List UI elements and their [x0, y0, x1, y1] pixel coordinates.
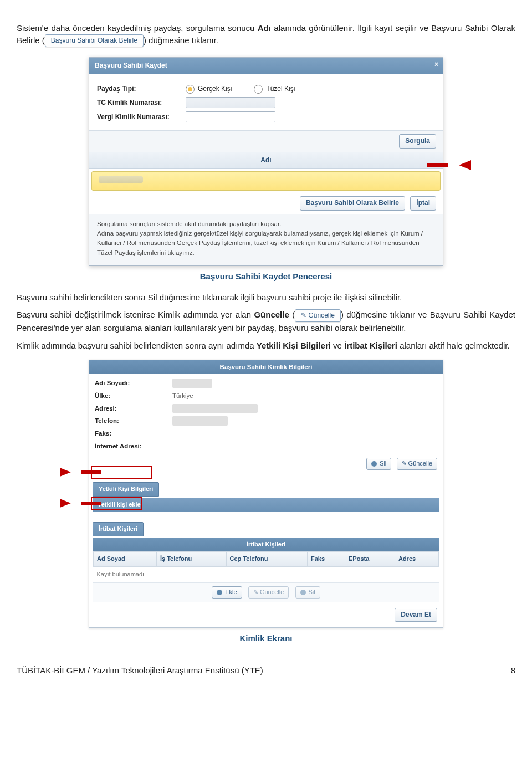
- kv-ulke: Ülke:: [95, 391, 172, 401]
- label-paydas-tipi: Paydaş Tipi:: [97, 84, 186, 94]
- footer-left: TÜBİTAK-BİLGEM / Yazılım Teknolojileri A…: [17, 664, 263, 677]
- paragraph-4: Kimlik adımında başvuru sahibi belirlend…: [17, 340, 515, 352]
- label-tc: TC Kimlik Numarası:: [97, 98, 186, 108]
- result-row[interactable]: [91, 171, 441, 191]
- page-footer: TÜBİTAK-BİLGEM / Yazılım Teknolojileri A…: [17, 664, 515, 677]
- dialog-title-text: Başvuru Sahibi Kaydet: [95, 62, 167, 69]
- dialog-title: Başvuru Sahibi Kaydet ×: [89, 58, 443, 74]
- p1c: ) düğmesine tıklanır.: [144, 35, 218, 45]
- belirle-button[interactable]: Başvuru Sahibi Olarak Belirle: [300, 196, 405, 210]
- kv-web: İnternet Adresi:: [95, 442, 172, 451]
- page-number: 8: [511, 664, 515, 677]
- arrow-icon: [60, 468, 71, 477]
- irtibat-header: İrtibat Kişileri: [93, 522, 144, 536]
- kv-ad: Adı Soyadı:: [95, 378, 172, 388]
- guncelle-label: Güncelle: [408, 460, 432, 467]
- mask: ████████████ ██████: [172, 404, 258, 413]
- kv-tel: Telefon:: [95, 416, 172, 426]
- info-text: Sorgulama sonuçları sistemde aktif durum…: [89, 214, 443, 265]
- col-faks: Faks: [307, 551, 345, 566]
- col-ad: Ad Soyad: [94, 551, 157, 566]
- yetkili-ekle-bar[interactable]: Yetkili kişi ekle: [93, 498, 439, 512]
- arrow-icon: [60, 499, 71, 508]
- caption-1: Başvuru Sahibi Kaydet Penceresi: [17, 270, 515, 283]
- p4-b2: İrtibat Kişileri: [344, 341, 397, 350]
- p1a: Sistem'e daha önceden kaydedilmiş paydaş…: [17, 23, 258, 33]
- yetkili-header: Yetkili Kişi Bilgileri: [93, 482, 159, 497]
- irtibat-title: İrtibat Kişileri: [93, 538, 439, 551]
- p4a: Kimlik adımında başvuru sahibi belirlend…: [17, 341, 257, 350]
- input-tc[interactable]: [186, 97, 275, 108]
- col-adres: Adres: [395, 551, 438, 566]
- paragraph-3: Başvuru sahibi değiştirilmek istenirse K…: [17, 309, 515, 334]
- paragraph-2: Başvuru sahibi belirlendikten sonra Sil …: [17, 291, 515, 304]
- mask: (███) ███-████: [172, 416, 228, 426]
- iptal-button[interactable]: İptal: [410, 196, 436, 210]
- caption-2: Kimlik Ekranı: [17, 632, 515, 645]
- input-vergi[interactable]: [186, 111, 275, 122]
- tbl-guncelle-button[interactable]: ✎ Güncelle: [248, 586, 289, 599]
- col-cep: Cep Telefonu: [226, 551, 307, 566]
- label-vergi: Vergi Kimlik Numarası:: [97, 112, 186, 122]
- col-eposta: EPosta: [345, 551, 395, 566]
- p3-bold: Güncelle: [254, 310, 289, 319]
- adi-header: Adı: [89, 152, 443, 169]
- radio-gercek[interactable]: [186, 85, 195, 94]
- inline-belirle-btn: Başvuru Sahibi Olarak Belirle: [45, 34, 144, 47]
- p4b: ve: [331, 341, 344, 350]
- devam-button[interactable]: Devam Et: [395, 608, 437, 622]
- radio-tuzel-label: Tüzel Kişi: [266, 84, 295, 94]
- guncelle-button[interactable]: ✎ Güncelle: [397, 458, 437, 470]
- irtibat-table: Ad Soyad İş Telefonu Cep Telefonu Faks E…: [93, 551, 439, 582]
- kv-ulke-v: Türkiye: [172, 391, 193, 401]
- kv-faks: Faks:: [95, 429, 172, 438]
- result-name-mask: [99, 176, 143, 183]
- close-icon[interactable]: ×: [434, 60, 438, 69]
- p4-b1: Yetkili Kişi Bilgileri: [257, 341, 331, 350]
- radio-tuzel[interactable]: [254, 85, 263, 94]
- p1-bold: Adı: [258, 23, 271, 33]
- p4c: alanları aktif hale gelmektedir.: [397, 341, 510, 350]
- p3b: (: [289, 310, 295, 319]
- sil-button[interactable]: Sil: [366, 458, 391, 470]
- dialog-basvuru-kaydet: Başvuru Sahibi Kaydet × Paydaş Tipi: Ger…: [89, 57, 443, 265]
- kv-adres: Adresi:: [95, 404, 172, 413]
- p3a: Başvuru sahibi değiştirilmek istenirse K…: [17, 310, 254, 319]
- panel-title: Başvuru Sahibi Kimlik Bilgileri: [89, 360, 443, 374]
- panel-kimlik: Başvuru Sahibi Kimlik Bilgileri Adı Soya…: [89, 360, 443, 628]
- ekle-button[interactable]: Ekle: [212, 586, 242, 599]
- tbl-gunc-label: Güncelle: [260, 589, 284, 595]
- col-is: İş Telefonu: [156, 551, 226, 566]
- mask: ████ ████: [172, 378, 212, 388]
- tbl-sil-button[interactable]: Sil: [295, 586, 320, 599]
- info-text-content: Sorgulama sonuçları sistemde aktif durum…: [97, 221, 423, 256]
- no-record: Kayıt bulunamadı: [94, 566, 439, 582]
- sorgula-button[interactable]: Sorgula: [399, 134, 436, 148]
- inline-guncelle-btn: Güncelle: [295, 309, 341, 322]
- radio-gercek-label: Gerçek Kişi: [198, 84, 232, 94]
- paragraph-1: Sistem'e daha önceden kaydedilmiş paydaş…: [17, 22, 515, 47]
- arrow-icon: [459, 160, 471, 170]
